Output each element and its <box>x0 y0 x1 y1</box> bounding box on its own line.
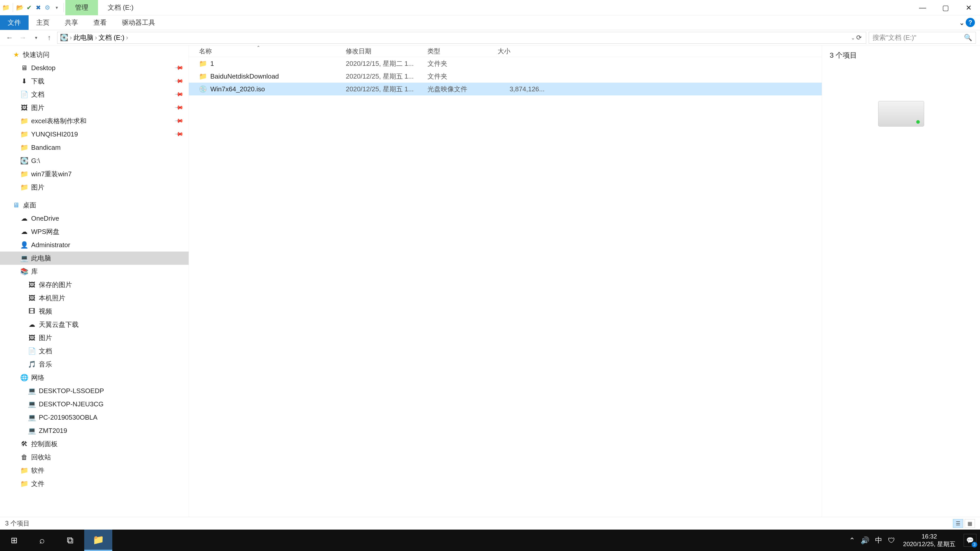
up-button[interactable]: ↑ <box>44 32 55 43</box>
sidebar-library-item[interactable]: 🎵音乐 <box>0 358 189 371</box>
taskbar-file-explorer[interactable]: 📁 <box>84 530 112 551</box>
column-headers[interactable]: ⌃ 名称 修改日期 类型 大小 <box>189 45 822 57</box>
sidebar-network-item[interactable]: 💻ZMT2019 <box>0 424 189 437</box>
action-center-icon[interactable]: 💬3 <box>964 534 977 547</box>
task-view-button[interactable]: ⧉ <box>56 530 84 551</box>
sidebar-item-label: 天翼云盘下载 <box>39 320 79 329</box>
sidebar-network-item[interactable]: 💻DESKTOP-LSSOEDP <box>0 384 189 397</box>
pin-icon: 📌 <box>174 129 184 139</box>
tray-chevron-up-icon[interactable]: ⌃ <box>849 536 855 545</box>
sidebar-label: 快速访问 <box>23 50 49 59</box>
sidebar-desktop-item[interactable]: ☁WPS网盘 <box>0 225 189 238</box>
sidebar-library-item[interactable]: 🎞视频 <box>0 305 189 318</box>
file-row[interactable]: 📁BaiduNetdiskDownload 2020/12/25, 星期五 1.… <box>189 70 822 83</box>
help-icon[interactable]: ? <box>966 18 975 27</box>
search-button[interactable]: ⌕ <box>28 530 56 551</box>
close-button[interactable]: ✕ <box>957 0 980 15</box>
search-input[interactable]: 搜索"文档 (E:)" 🔍 <box>869 32 976 44</box>
ime-indicator[interactable]: 中 <box>875 535 882 545</box>
maximize-button[interactable]: ▢ <box>934 0 957 15</box>
sidebar-documents[interactable]: 📁 文件 <box>0 477 189 490</box>
minimize-button[interactable]: ― <box>911 0 934 15</box>
sidebar-control-panel[interactable]: 🛠 控制面板 <box>0 437 189 451</box>
status-bar: 3 个项目 ☰ ▦ <box>0 517 980 530</box>
crumb-sep-icon: › <box>70 34 72 41</box>
recycle-icon: 🗑 <box>21 453 28 461</box>
qat-open-icon[interactable]: 📂 <box>16 4 24 11</box>
sidebar-network[interactable]: 🌐 网络 <box>0 371 189 384</box>
recent-dropdown-icon[interactable]: ▾ <box>30 32 41 43</box>
sidebar-quick-item[interactable]: 📄文档📌 <box>0 88 189 101</box>
crumb-this-pc[interactable]: 此电脑 <box>73 33 94 42</box>
volume-icon[interactable]: 🔊 <box>861 536 870 545</box>
sidebar-item-label: Bandicam <box>31 144 61 151</box>
sidebar-recycle-bin[interactable]: 🗑 回收站 <box>0 451 189 464</box>
sidebar-desktop[interactable]: 🖥 桌面 <box>0 198 189 212</box>
sidebar-desktop-item[interactable]: ☁OneDrive <box>0 212 189 225</box>
sidebar-quick-item[interactable]: ⬇下载📌 <box>0 75 189 88</box>
column-header-name[interactable]: 名称 <box>199 47 346 56</box>
sidebar-item-label: DESKTOP-LSSOEDP <box>39 387 104 395</box>
ribbon-tab-home[interactable]: 主页 <box>29 15 57 30</box>
sidebar-library-item[interactable]: 🖼保存的图片 <box>0 278 189 291</box>
sidebar-quick-item[interactable]: 📁win7重装win7 <box>0 167 189 181</box>
item-icon: ☁ <box>28 321 36 328</box>
file-icon: 💿 <box>199 85 207 93</box>
sidebar-library-item[interactable]: 🖼图片 <box>0 331 189 345</box>
sidebar-quick-item[interactable]: 📁excel表格制作求和📌 <box>0 114 189 127</box>
forward-button[interactable]: → <box>18 32 28 43</box>
file-row[interactable]: 📁1 2020/12/15, 星期二 1... 文件夹 <box>189 57 822 70</box>
sidebar-quick-item[interactable]: 📁Bandicam <box>0 141 189 154</box>
back-button[interactable]: ← <box>4 32 15 43</box>
search-icon[interactable]: 🔍 <box>964 34 972 41</box>
sidebar-item-label: 本机照片 <box>39 294 65 303</box>
sidebar-desktop-item[interactable]: 💻此电脑 <box>0 251 189 265</box>
sidebar-quick-item[interactable]: 💽G:\ <box>0 154 189 167</box>
navigation-pane[interactable]: ★ 快速访问 🖥Desktop📌⬇下载📌📄文档📌🖼图片📌📁excel表格制作求和… <box>0 45 189 517</box>
item-icon: 📁 <box>21 130 28 138</box>
sidebar-label: 回收站 <box>31 453 51 462</box>
sidebar-quick-item[interactable]: 📁YUNQISHI2019📌 <box>0 127 189 141</box>
sidebar-quick-item[interactable]: 🖥Desktop📌 <box>0 61 189 75</box>
qat-check-icon[interactable]: ✔ <box>25 4 33 11</box>
refresh-icon[interactable]: ⟳ <box>856 34 862 41</box>
ribbon-tab-share[interactable]: 共享 <box>57 15 86 30</box>
ribbon-collapse-icon[interactable]: ⌄ <box>959 15 965 30</box>
sidebar-network-item[interactable]: 💻PC-20190530OBLA <box>0 411 189 424</box>
sidebar-quick-item[interactable]: 🖼图片📌 <box>0 101 189 114</box>
column-header-size[interactable]: 大小 <box>498 47 549 56</box>
sidebar-quick-access[interactable]: ★ 快速访问 <box>0 48 189 61</box>
ribbon-tab-drive-tools[interactable]: 驱动器工具 <box>115 15 163 30</box>
sidebar-desktop-item[interactable]: 📚库 <box>0 265 189 278</box>
sidebar-quick-item[interactable]: 📁图片 <box>0 181 189 194</box>
ribbon-tab-view[interactable]: 查看 <box>86 15 115 30</box>
crumb-drive[interactable]: 文档 (E:) <box>99 33 124 42</box>
qat-close-icon[interactable]: ✖ <box>35 4 42 11</box>
tray-clock[interactable]: 16:32 2020/12/25, 星期五 <box>900 533 958 548</box>
qat-dropdown-icon[interactable]: ▾ <box>53 4 60 11</box>
view-icons-button[interactable]: ▦ <box>965 519 975 528</box>
column-header-date[interactable]: 修改日期 <box>346 47 428 56</box>
address-dropdown-icon[interactable]: ⌄ <box>851 35 855 41</box>
view-details-button[interactable]: ☰ <box>953 519 963 528</box>
contextual-tab-manage[interactable]: 管理 <box>65 0 98 15</box>
sidebar-item-label: 文档 <box>39 347 52 356</box>
sidebar-library-item[interactable]: ☁天翼云盘下载 <box>0 318 189 331</box>
column-header-type[interactable]: 类型 <box>428 47 498 56</box>
breadcrumb-bar[interactable]: 💽 › 此电脑 › 文档 (E:) › ⌄ ⟳ <box>57 32 866 44</box>
sidebar-software[interactable]: 📁 软件 <box>0 464 189 477</box>
qat-settings-icon[interactable]: ⚙ <box>44 4 51 11</box>
start-button[interactable]: ⊞ <box>0 530 28 551</box>
file-row[interactable]: 💿Win7x64_2020.iso 2020/12/25, 星期五 1... 光… <box>189 83 822 95</box>
sidebar-desktop-item[interactable]: 👤Administrator <box>0 238 189 251</box>
sidebar-network-item[interactable]: 💻DESKTOP-NJEU3CG <box>0 397 189 411</box>
computer-icon: 💻 <box>28 400 36 408</box>
ribbon-tab-file[interactable]: 文件 <box>0 15 29 30</box>
sidebar-library-item[interactable]: 📄文档 <box>0 345 189 358</box>
main-area: ★ 快速访问 🖥Desktop📌⬇下载📌📄文档📌🖼图片📌📁excel表格制作求和… <box>0 45 980 517</box>
file-icon: 📁 <box>199 60 207 67</box>
sidebar-item-label: OneDrive <box>31 214 59 222</box>
security-icon[interactable]: 🛡 <box>888 536 895 545</box>
item-icon: 👤 <box>21 241 28 249</box>
sidebar-library-item[interactable]: 🖼本机照片 <box>0 291 189 305</box>
